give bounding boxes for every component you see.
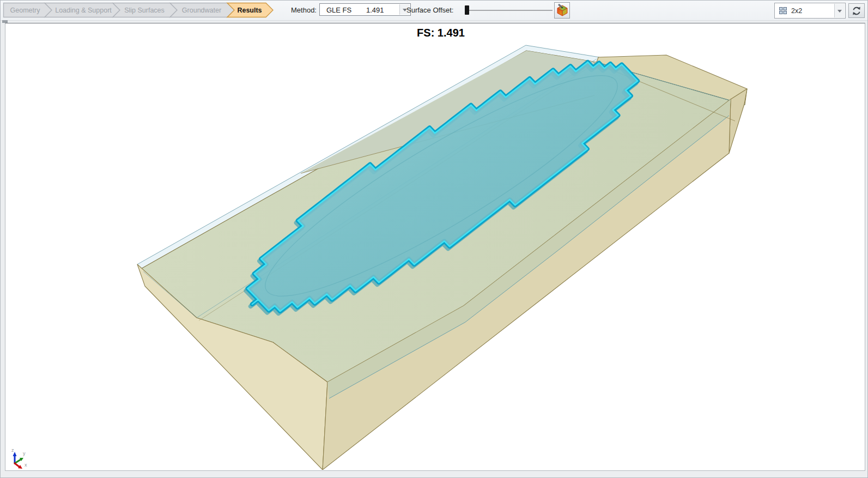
contour-cube-button[interactable] — [554, 2, 570, 19]
tab-geometry[interactable]: Geometry — [4, 3, 52, 17]
method-label: Method: — [291, 6, 317, 14]
method-dropdown[interactable]: GLE FS 1.491 — [319, 3, 411, 16]
axis-z-label: z — [11, 447, 14, 453]
axis-y-label: y — [23, 451, 26, 456]
axis-x-label: x — [25, 462, 27, 468]
svg-text:Loading & Support: Loading & Support — [55, 7, 112, 14]
workflow-tab-strip: Geometry Loading & Support Slip Surfaces… — [1, 1, 278, 20]
app-window: Geometry Loading & Support Slip Surfaces… — [0, 0, 868, 478]
surface-offset-label: Surface Offset: — [406, 6, 453, 14]
refresh-icon — [851, 5, 862, 16]
svg-text:Slip Surfaces: Slip Surfaces — [124, 7, 165, 14]
face-right-end — [729, 89, 747, 153]
view-layout-value: 2x2 — [791, 7, 802, 15]
factor-of-safety-label: FS: 1.491 — [386, 27, 495, 39]
contour-cube-icon — [556, 3, 569, 17]
surface-offset-slider-handle[interactable] — [465, 5, 469, 15]
svg-text:Results: Results — [237, 7, 262, 14]
refresh-button[interactable] — [848, 3, 865, 18]
axis-triad — [13, 452, 24, 469]
surface-offset-slider-track[interactable] — [465, 10, 553, 11]
chevron-down-icon — [837, 10, 842, 13]
method-dropdown-fs-value: 1.491 — [366, 6, 384, 14]
grid-2x2-icon — [779, 7, 787, 15]
view-layout-dropdown[interactable]: 2x2 — [774, 3, 846, 19]
toolbar: Geometry Loading & Support Slip Surfaces… — [1, 1, 867, 21]
view-layout-arrow-button[interactable] — [834, 4, 845, 17]
tab-results[interactable]: Results — [227, 3, 273, 17]
svg-text:Geometry: Geometry — [10, 7, 41, 14]
tab-slip-surfaces[interactable]: Slip Surfaces — [113, 3, 177, 17]
tab-groundwater[interactable]: Groundwater — [170, 3, 234, 17]
svg-text:Groundwater: Groundwater — [182, 7, 221, 14]
scene-3d-model[interactable] — [5, 23, 864, 470]
tab-loading-support[interactable]: Loading & Support — [45, 3, 120, 17]
method-dropdown-value: GLE FS — [326, 6, 351, 14]
